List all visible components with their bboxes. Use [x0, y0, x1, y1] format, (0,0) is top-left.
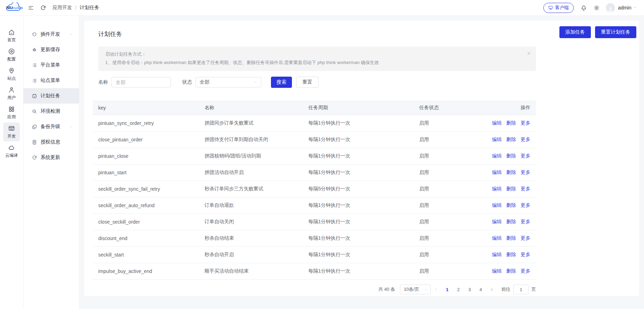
- submenu-item-8[interactable]: 系统更新: [23, 150, 79, 165]
- submenu-item-3[interactable]: 站点菜单: [23, 73, 79, 88]
- more-link[interactable]: 更多: [521, 235, 530, 241]
- content-card: 计划任务 添加任务 重置计划任务 启动计划任务方式： 1、使用命令启动：php …: [84, 21, 639, 296]
- sidebar-item-apps[interactable]: 应用: [3, 103, 20, 122]
- submenu-item-6[interactable]: 备份升级: [23, 119, 79, 134]
- breadcrumb: 应用开发 / 计划任务: [52, 5, 99, 11]
- column-header-1: 名称: [199, 105, 303, 111]
- sidebar-item-home[interactable]: 首页: [3, 26, 20, 45]
- next-page-icon[interactable]: [488, 287, 496, 292]
- delete-link[interactable]: 删除: [506, 252, 516, 258]
- page-number-2[interactable]: 2: [453, 285, 463, 294]
- edit-link[interactable]: 编辑: [492, 219, 502, 225]
- cell-key: close_pintuan_order: [93, 137, 199, 142]
- submenu-item-0[interactable]: 插件开发: [23, 27, 79, 42]
- cell-actions: 编辑删除更多: [482, 268, 536, 274]
- prev-page-icon[interactable]: [432, 287, 440, 292]
- chevron-down-icon: [69, 33, 73, 36]
- sidebar-item-label: 用户: [7, 95, 16, 101]
- user-menu[interactable]: admin: [606, 3, 637, 12]
- license-icon: [32, 140, 37, 145]
- chevron-down-icon: [424, 288, 428, 292]
- settings-gear-icon[interactable]: [594, 5, 600, 11]
- more-link[interactable]: 更多: [521, 219, 530, 225]
- cell-status: 启用: [414, 120, 482, 126]
- column-header-2: 任务周期: [303, 105, 414, 111]
- reset-planned-tasks-button[interactable]: 重置计划任务: [595, 26, 636, 38]
- close-icon[interactable]: [527, 51, 531, 56]
- edit-link[interactable]: 编辑: [492, 252, 502, 258]
- cell-cycle: 每隔1分钟执行一次: [303, 169, 414, 176]
- delete-link[interactable]: 删除: [506, 169, 516, 176]
- page-number-4[interactable]: 4: [476, 285, 486, 294]
- page-number-3[interactable]: 3: [465, 285, 474, 294]
- search-button[interactable]: 搜索: [271, 77, 292, 88]
- delete-link[interactable]: 删除: [506, 202, 516, 209]
- more-link[interactable]: 更多: [521, 252, 530, 258]
- add-task-button[interactable]: 添加任务: [559, 26, 591, 38]
- chevron-down-icon: [69, 125, 73, 129]
- more-link[interactable]: 更多: [521, 169, 530, 176]
- delete-link[interactable]: 删除: [506, 153, 516, 159]
- reset-filter-button[interactable]: 重置: [296, 77, 319, 88]
- delete-link[interactable]: 删除: [506, 120, 516, 126]
- submenu-item-2[interactable]: 平台菜单: [23, 57, 79, 73]
- edit-link[interactable]: 编辑: [492, 120, 502, 126]
- goto-page-input[interactable]: [513, 285, 529, 294]
- cell-name: 秒杀订单同步三方失败重试: [199, 186, 303, 192]
- table-row: impulse_buy_active_end顺手买活动自动结束每隔1分钟执行一次…: [93, 263, 536, 280]
- delete-link[interactable]: 删除: [506, 235, 516, 241]
- collapse-menu-icon[interactable]: [28, 5, 34, 11]
- sidebar-item-dev[interactable]: 开发: [3, 122, 20, 141]
- status-filter-select[interactable]: 全部: [195, 77, 261, 87]
- more-link[interactable]: 更多: [521, 186, 530, 192]
- sidebar-item-cloud[interactable]: 云编译: [3, 142, 20, 161]
- cell-status: 启用: [414, 219, 482, 225]
- more-link[interactable]: 更多: [521, 202, 530, 209]
- chevron-down-icon: [253, 80, 258, 84]
- submenu-item-7[interactable]: 授权信息: [23, 134, 79, 150]
- cell-cycle: 每隔1分钟执行一次: [303, 153, 414, 159]
- more-link[interactable]: 更多: [521, 120, 530, 126]
- env-icon: [32, 109, 37, 114]
- edit-link[interactable]: 编辑: [492, 202, 502, 209]
- cell-actions: 编辑删除更多: [482, 169, 536, 176]
- edit-link[interactable]: 编辑: [492, 268, 502, 274]
- monitor-icon: [548, 5, 553, 10]
- cell-cycle: 每隔1分钟执行一次: [303, 219, 414, 225]
- submenu-item-5[interactable]: 环境检测: [23, 104, 79, 119]
- sidebar-item-label: 开发: [7, 133, 16, 139]
- client-button[interactable]: 客户端: [543, 3, 574, 13]
- filter-bar: 名称 状态 全部 搜索 重置: [98, 77, 536, 88]
- cell-key: pintuan_sync_order_retry: [93, 120, 199, 126]
- breadcrumb-parent[interactable]: 应用开发: [52, 5, 72, 11]
- name-filter-input[interactable]: [112, 77, 171, 87]
- edit-link[interactable]: 编辑: [492, 186, 502, 192]
- delete-link[interactable]: 删除: [506, 186, 516, 192]
- more-link[interactable]: 更多: [521, 136, 530, 143]
- submenu-item-label: 环境检测: [41, 108, 60, 114]
- more-link[interactable]: 更多: [521, 153, 530, 159]
- page-size-select[interactable]: 10条/页: [400, 285, 431, 294]
- edit-link[interactable]: 编辑: [492, 136, 502, 143]
- more-link[interactable]: 更多: [521, 268, 530, 274]
- sidebar-item-user[interactable]: 用户: [3, 84, 20, 103]
- edit-link[interactable]: 编辑: [492, 169, 502, 176]
- page-number-1[interactable]: 1: [442, 285, 452, 294]
- table-row: close_seckill_order订单自动关闭每隔1分钟执行一次启用编辑删除…: [93, 214, 536, 230]
- sidebar-item-site[interactable]: 站点: [3, 65, 20, 84]
- page-unit-label: 页: [531, 286, 536, 293]
- pagination-total: 共 40 条: [378, 286, 395, 293]
- submenu-item-4[interactable]: 计划任务: [23, 88, 79, 104]
- sidebar-item-config[interactable]: 配置: [3, 45, 20, 64]
- notifications-bell-icon[interactable]: [581, 5, 587, 11]
- edit-link[interactable]: 编辑: [492, 235, 502, 241]
- notice-line1: 启动计划任务方式：: [105, 50, 521, 58]
- delete-link[interactable]: 删除: [506, 136, 516, 143]
- delete-link[interactable]: 删除: [506, 219, 516, 225]
- submenu-item-1[interactable]: 更新缓存: [23, 42, 79, 57]
- delete-link[interactable]: 删除: [506, 268, 516, 274]
- edit-link[interactable]: 编辑: [492, 153, 502, 159]
- backup-icon: [32, 124, 37, 129]
- table-row: close_pintuan_order拼团待支付订单到期自动关闭每隔1分钟执行一…: [93, 132, 536, 148]
- refresh-page-icon[interactable]: [40, 5, 46, 11]
